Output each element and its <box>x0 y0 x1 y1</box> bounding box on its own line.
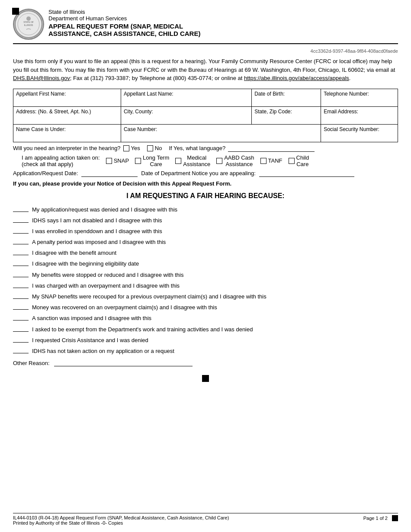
phone-label: Telephone Number: <box>324 91 395 97</box>
reason-line-10 <box>13 314 29 320</box>
reason-item-5: I disagree with the beginning eligibilit… <box>13 260 398 268</box>
email-link[interactable]: DHS.BAH@Illinois.gov <box>13 75 70 81</box>
state-label: State, Zip Code: <box>254 109 318 115</box>
reason-line-2 <box>13 228 29 234</box>
header-text: State of Illinois Department of Human Se… <box>48 9 398 37</box>
dob-cell: Date of Birth: <box>252 89 321 106</box>
reason-text-6: My benefits were stopped or reduced and … <box>32 271 183 279</box>
header-black-square <box>12 8 19 15</box>
case-number-label: Case Number: <box>124 126 318 132</box>
medical-assistance-checkbox[interactable] <box>175 158 181 164</box>
long-term-care-option[interactable]: Long TermCare <box>135 154 169 167</box>
interpreter-yes-item[interactable]: Yes <box>123 145 140 151</box>
address-value[interactable] <box>16 115 118 122</box>
reason-text-11: I asked to be exempt from the Department… <box>32 326 253 333</box>
reason-text-2: I was enrolled in spenddown and I disagr… <box>32 228 162 235</box>
interpreter-yes-label: Yes <box>131 145 140 151</box>
state-cell: State, Zip Code: <box>252 106 321 124</box>
medical-assistance-option[interactable]: MedicalAssistance <box>175 154 210 167</box>
tanf-checkbox[interactable] <box>260 158 267 164</box>
reason-text-4: I disagree with the benefit amount <box>32 249 116 257</box>
email-cell: Email Address: <box>321 106 398 124</box>
ssn-value[interactable] <box>324 132 395 140</box>
snap-option[interactable]: SNAP <box>106 157 129 164</box>
reason-line-1 <box>13 217 29 223</box>
last-name-value[interactable] <box>124 97 249 105</box>
interpreter-no-item[interactable]: No <box>147 145 162 151</box>
reason-text-13: IDHS has not taken action on my applicat… <box>32 347 174 355</box>
reason-line-13 <box>13 347 29 353</box>
if-yes-label: If Yes, what language? <box>169 145 225 151</box>
intro-text: Use this form only if you want to file a… <box>13 57 398 83</box>
reason-item-0: My application/request was denied and I … <box>13 206 398 214</box>
dob-value[interactable] <box>254 97 318 105</box>
interpreter-no-label: No <box>155 145 162 151</box>
appealing-row: I am appealing action taken on: (check a… <box>13 154 398 167</box>
form-fields-table: Appellant First Name: Appellant Last Nam… <box>13 89 398 142</box>
case-number-cell: Case Number: <box>121 124 321 142</box>
reason-text-7: I was charged with an overpayment and I … <box>32 282 180 290</box>
reason-item-7: I was charged with an overpayment and I … <box>13 282 398 290</box>
reason-text-9: Money was recovered on an overpayment cl… <box>32 304 217 311</box>
interpreter-row: Will you need an interpreter in the hear… <box>13 145 398 152</box>
reason-item-1: IDHS says I am not disabled and I disagr… <box>13 217 398 224</box>
first-name-label: Appellant First Name: <box>16 91 118 97</box>
reason-text-3: A penalty period was imposed and I disag… <box>32 238 166 246</box>
city-value[interactable] <box>124 115 249 122</box>
reason-item-9: Money was recovered on an overpayment cl… <box>13 304 398 311</box>
name-case-label: Name Case is Under: <box>16 126 118 132</box>
svg-point-4 <box>26 16 31 21</box>
aabd-cash-option[interactable]: AABD CashAssistance <box>216 154 254 167</box>
interpreter-no-checkbox[interactable] <box>147 145 153 151</box>
section-heading: I AM REQUESTING A FAIR HEARING BECAUSE: <box>13 192 398 200</box>
address-cell: Address: (No. & Street, Apt. No.) <box>13 106 121 124</box>
tanf-option[interactable]: TANF <box>260 157 283 164</box>
header-seal-container: STATE OF ILLINOIS <box>13 9 44 40</box>
other-reason-field[interactable] <box>54 359 193 366</box>
app-date-label: Application/Request Date: <box>13 170 78 176</box>
child-care-checkbox[interactable] <box>289 158 295 164</box>
dept-notice-field[interactable] <box>259 170 354 177</box>
reason-line-3 <box>13 238 29 244</box>
aabd-cash-checkbox[interactable] <box>216 158 222 164</box>
ssn-label: Social Security Number: <box>324 126 395 132</box>
reason-text-10: A sanction was imposed and I disagree wi… <box>32 314 151 322</box>
reason-text-0: My application/request was denied and I … <box>32 206 177 214</box>
url-link[interactable]: https://abe.illinois.gov/abe/access/appe… <box>244 75 349 81</box>
phone-cell: Telephone Number: <box>321 89 398 106</box>
city-label: City, County: <box>124 109 249 115</box>
other-reason-row: Other Reason: <box>13 359 398 366</box>
email-value[interactable] <box>324 115 395 122</box>
first-name-value[interactable] <box>16 97 118 105</box>
long-term-care-checkbox[interactable] <box>135 158 141 164</box>
child-care-option[interactable]: ChildCare <box>289 154 309 167</box>
footer-left: IL444-0103 (R-04-18) Appeal Request Form… <box>13 515 363 526</box>
interpreter-yes-checkbox[interactable] <box>123 145 129 151</box>
doc-id: 4cc3362d-9397-48aa-9f84-408acd0faede <box>13 48 398 54</box>
reason-item-12: I requested Crisis Assistance and I was … <box>13 337 398 344</box>
reason-line-0 <box>13 206 29 212</box>
reason-line-7 <box>13 282 29 288</box>
snap-label: SNAP <box>114 157 129 164</box>
reason-line-11 <box>13 326 29 332</box>
footer-line2: Printed by Authority of the State of Ill… <box>13 520 363 526</box>
name-case-value[interactable] <box>16 132 118 140</box>
state-value[interactable] <box>254 115 318 122</box>
phone-value[interactable] <box>324 97 395 105</box>
reason-text-5: I disagree with the beginning eligibilit… <box>32 260 139 268</box>
row-address: Address: (No. & Street, Apt. No.) City, … <box>13 106 398 124</box>
reason-item-11: I asked to be exempt from the Department… <box>13 326 398 333</box>
case-number-value[interactable] <box>124 132 318 140</box>
reason-item-3: A penalty period was imposed and I disag… <box>13 238 398 246</box>
reason-text-8: My SNAP benefits were recouped for a pre… <box>32 293 267 301</box>
agency-name: State of Illinois <box>48 9 398 15</box>
appealing-label: I am appealing action taken on: (check a… <box>22 154 100 167</box>
reason-item-13: IDHS has not taken action on my applicat… <box>13 347 398 355</box>
row-case: Name Case is Under: Case Number: Social … <box>13 124 398 142</box>
snap-checkbox[interactable] <box>106 158 112 164</box>
center-square-container <box>13 375 398 382</box>
language-field[interactable] <box>228 145 315 152</box>
header: STATE OF ILLINOIS State of Illinois Depa… <box>13 9 398 44</box>
reason-text-1: IDHS says I am not disabled and I disagr… <box>32 217 162 224</box>
app-date-field[interactable] <box>81 170 138 177</box>
